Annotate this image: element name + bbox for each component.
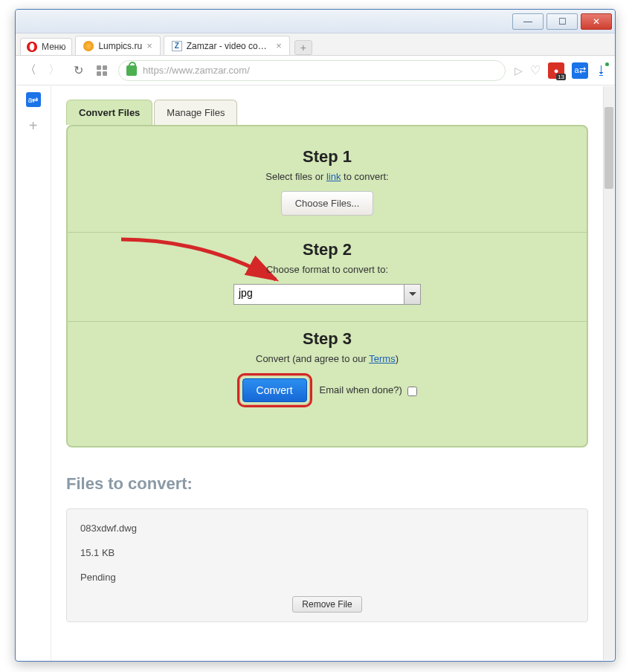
- tab-title: Zamzar - video converter,: [187, 41, 271, 51]
- extension-translate-icon[interactable]: a⇄: [572, 62, 588, 79]
- send-icon[interactable]: ▷: [515, 65, 523, 77]
- format-select[interactable]: jpg: [233, 284, 421, 305]
- lock-icon: [126, 65, 137, 76]
- file-status: Pending: [80, 572, 574, 583]
- sidebar-add-button[interactable]: +: [29, 117, 38, 135]
- address-bar-row: 〈 〉 ↻ https://www.zamzar.com/ ▷ ♡ ●13 a⇄…: [16, 56, 615, 85]
- link-url[interactable]: link: [326, 171, 341, 182]
- step3-desc: Convert (and agree to our Terms): [68, 353, 587, 364]
- step-3: Step 3 Convert (and agree to our Terms) …: [68, 321, 587, 424]
- scrollbar-thumb[interactable]: [604, 107, 613, 189]
- url-text: https://www.zamzar.com/: [143, 65, 250, 76]
- chevron-down-icon[interactable]: [404, 284, 421, 305]
- new-tab-button[interactable]: +: [294, 40, 312, 55]
- highlight-annotation: Convert: [237, 373, 312, 407]
- step1-desc: Select files or link to convert:: [68, 171, 587, 182]
- reload-button[interactable]: ↻: [71, 63, 86, 78]
- tab-convert-files[interactable]: Convert Files: [66, 100, 152, 125]
- files-heading: Files to convert:: [66, 474, 588, 494]
- tab-zamzar[interactable]: Z Zamzar - video converter, ×: [164, 36, 290, 55]
- tab-lumpics[interactable]: Lumpics.ru ×: [75, 36, 160, 55]
- close-button[interactable]: ✕: [581, 13, 612, 30]
- file-size: 15.1 KB: [80, 547, 574, 558]
- page-content: Convert Files Manage Files Step 1 Select…: [51, 86, 603, 661]
- forward-button[interactable]: 〉: [47, 63, 62, 78]
- email-when-done[interactable]: Email when done?): [320, 384, 418, 395]
- back-button[interactable]: 〈: [23, 63, 38, 78]
- browser-window: — ☐ ✕ Меню Lumpics.ru × Z Zamzar - video…: [15, 9, 616, 662]
- email-checkbox[interactable]: [407, 387, 417, 396]
- tab-manage-files[interactable]: Manage Files: [154, 100, 237, 125]
- opera-icon: [27, 42, 37, 52]
- file-name: 083xdwf.dwg: [80, 523, 574, 534]
- file-entry: 083xdwf.dwg 15.1 KB Pending Remove File: [66, 508, 588, 622]
- close-tab-icon[interactable]: ×: [276, 40, 282, 51]
- choose-files-button[interactable]: Choose Files...: [281, 191, 374, 216]
- step1-title: Step 1: [68, 147, 587, 167]
- address-bar[interactable]: https://www.zamzar.com/: [118, 60, 506, 81]
- titlebar: — ☐ ✕: [16, 10, 615, 33]
- terms-link[interactable]: Terms: [369, 353, 395, 364]
- extension-adblock-icon[interactable]: ●13: [548, 62, 564, 79]
- convert-panel: Step 1 Select files or link to convert: …: [66, 125, 588, 448]
- menu-label: Меню: [42, 42, 65, 52]
- vertical-scrollbar[interactable]: [603, 86, 614, 660]
- maximize-button[interactable]: ☐: [546, 13, 578, 30]
- opera-menu-button[interactable]: Меню: [20, 38, 72, 55]
- tab-title: Lumpics.ru: [98, 41, 142, 51]
- left-sidebar: a⇄ +: [16, 86, 51, 661]
- badge-count: 13: [556, 74, 566, 80]
- browser-tabstrip: Меню Lumpics.ru × Z Zamzar - video conve…: [16, 33, 615, 56]
- heart-icon[interactable]: ♡: [530, 63, 541, 77]
- convert-button[interactable]: Convert: [242, 378, 307, 402]
- step-2: Step 2 Choose format to convert to: jpg: [68, 232, 587, 321]
- step-1: Step 1 Select files or link to convert: …: [68, 140, 587, 232]
- remove-file-button[interactable]: Remove File: [292, 596, 361, 613]
- downloads-button[interactable]: ⭳: [596, 64, 607, 77]
- format-value: jpg: [233, 284, 404, 305]
- speed-dial-button[interactable]: [94, 63, 109, 78]
- favicon-icon: Z: [172, 41, 182, 51]
- close-tab-icon[interactable]: ×: [146, 40, 152, 51]
- sidebar-translate-icon[interactable]: a⇄: [26, 92, 41, 107]
- minimize-button[interactable]: —: [512, 13, 544, 30]
- step2-desc: Choose format to convert to:: [68, 264, 587, 275]
- favicon-icon: [83, 41, 94, 51]
- step2-title: Step 2: [68, 240, 587, 259]
- step3-title: Step 3: [68, 329, 587, 349]
